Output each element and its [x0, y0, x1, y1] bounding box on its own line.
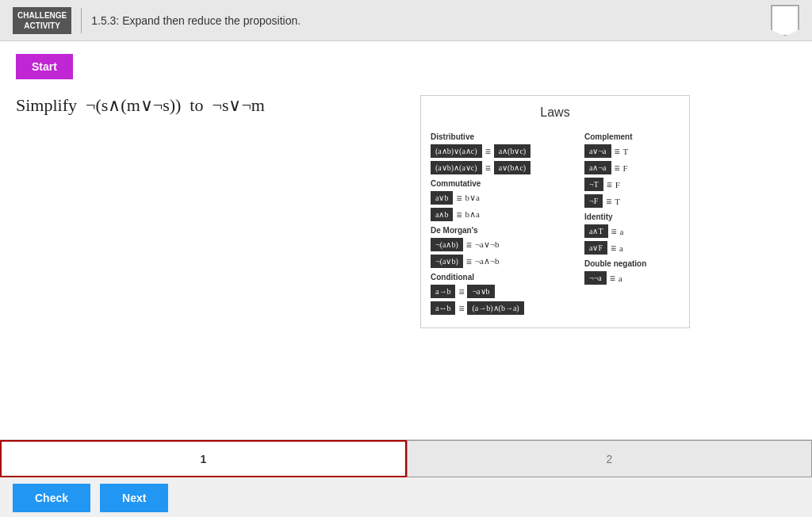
demorgan-result-1: ¬a∨¬b — [475, 239, 500, 250]
complement-eq-2: ≡ — [615, 163, 620, 174]
commutative-eq-2: ≡ — [456, 209, 462, 220]
conditional-result-2[interactable]: (a→b)∧(b→a) — [467, 301, 523, 315]
complement-row-4: ¬F ≡ T — [584, 194, 680, 208]
commutative-btn-1[interactable]: a∨b — [431, 191, 453, 205]
main-content: Start Simplify ¬(s∧(m∨¬s)) to ¬s∨¬m Laws… — [0, 41, 812, 469]
challenge-activity-logo: CHALLENGE ACTIVITY — [13, 7, 71, 34]
start-button[interactable]: Start — [16, 54, 73, 79]
complement-result-1: T — [623, 147, 629, 156]
conditional-label: Conditional — [431, 273, 578, 281]
complement-label: Complement — [584, 132, 680, 141]
demorgan-result-2: ¬a∧¬b — [475, 256, 500, 266]
header-divider — [81, 8, 82, 33]
conditional-btn-2[interactable]: a↔b — [431, 301, 455, 315]
demorgan-row-2: ¬(a∨b) ≡ ¬a∧¬b — [431, 255, 578, 268]
identity-label: Identity — [584, 213, 680, 221]
identity-btn-2[interactable]: a∨F — [584, 241, 607, 255]
commutative-row-1: a∨b ≡ b∨a — [431, 191, 578, 205]
identity-eq-2: ≡ — [611, 243, 616, 254]
conditional-eq-1: ≡ — [458, 286, 464, 297]
conditional-eq-2: ≡ — [458, 303, 464, 314]
complement-btn-2[interactable]: a∧¬a — [584, 161, 611, 174]
tab-2[interactable]: 2 — [407, 440, 812, 477]
commutative-result-2: b∧a — [465, 209, 479, 220]
demorgan-label: De Morgan's — [431, 226, 578, 235]
double-negation-label: Double negation — [584, 259, 680, 268]
complement-btn-4[interactable]: ¬F — [584, 194, 603, 208]
identity-result-2: a — [619, 243, 623, 253]
header-badge — [771, 5, 799, 36]
double-negation-result-1: a — [619, 274, 622, 283]
header-title: 1.5.3: Expand then reduce the propositio… — [91, 14, 301, 27]
complement-row-2: a∧¬a ≡ F — [584, 161, 680, 174]
distributive-btn-1[interactable]: (a∧b)∨(a∧c) — [431, 144, 482, 158]
complement-result-3: F — [615, 180, 620, 190]
conditional-result-1[interactable]: ¬a∨b — [467, 285, 494, 298]
distributive-result-2[interactable]: a∨(b∧c) — [494, 161, 531, 174]
double-negation-btn-1[interactable]: ¬¬a — [584, 271, 607, 285]
commutative-btn-2[interactable]: a∧b — [431, 208, 453, 221]
distributive-row-2: (a∨b)∧(a∨c) ≡ a∨(b∧c) — [431, 161, 578, 174]
distributive-btn-2[interactable]: (a∨b)∧(a∨c) — [431, 161, 482, 174]
laws-columns: Distributive (a∧b)∨(a∧c) ≡ a∧(b∨c) (a∨b)… — [431, 128, 680, 318]
complement-eq-4: ≡ — [606, 196, 611, 207]
demorgan-btn-2[interactable]: ¬(a∨b) — [431, 255, 463, 268]
distributive-row-1: (a∧b)∨(a∧c) ≡ a∧(b∨c) — [431, 144, 578, 158]
demorgan-row-1: ¬(a∧b) ≡ ¬a∨¬b — [431, 238, 578, 251]
complement-result-4: T — [615, 197, 620, 206]
distributive-label: Distributive — [431, 132, 578, 141]
commutative-result-1: b∨a — [465, 193, 479, 203]
complement-row-3: ¬T ≡ F — [584, 178, 680, 191]
demorgan-eq-1: ≡ — [466, 239, 472, 251]
laws-panel: Laws Distributive (a∧b)∨(a∧c) ≡ a∧(b∨c) … — [420, 95, 690, 328]
check-button[interactable]: Check — [13, 484, 90, 512]
header: CHALLENGE ACTIVITY 1.5.3: Expand then re… — [0, 0, 812, 41]
bottom-buttons: Check Next — [13, 484, 168, 512]
complement-btn-3[interactable]: ¬T — [584, 178, 603, 191]
complement-eq-1: ≡ — [615, 146, 620, 157]
identity-row-2: a∨F ≡ a — [584, 241, 680, 255]
distributive-result-1[interactable]: a∧(b∨c) — [494, 144, 531, 158]
distributive-eq-2: ≡ — [485, 163, 491, 174]
distributive-eq-1: ≡ — [485, 146, 491, 157]
commutative-row-2: a∧b ≡ b∧a — [431, 208, 578, 221]
tabs-bar: 1 2 — [0, 439, 812, 477]
tab-1[interactable]: 1 — [0, 440, 407, 477]
double-negation-eq-1: ≡ — [610, 273, 615, 284]
commutative-eq-1: ≡ — [456, 193, 462, 204]
identity-eq-1: ≡ — [611, 226, 617, 237]
complement-btn-1[interactable]: a∨¬a — [584, 144, 611, 158]
next-button[interactable]: Next — [100, 484, 168, 512]
identity-row-1: a∧T ≡ a — [584, 224, 680, 238]
identity-btn-1[interactable]: a∧T — [584, 224, 608, 238]
laws-right-column: Complement a∨¬a ≡ T a∧¬a ≡ F ¬T ≡ F ¬ — [584, 128, 680, 318]
demorgan-btn-1[interactable]: ¬(a∧b) — [431, 238, 463, 251]
identity-result-1: a — [620, 227, 624, 236]
commutative-label: Commutative — [431, 179, 578, 188]
complement-result-2: F — [623, 163, 628, 173]
complement-eq-3: ≡ — [607, 179, 612, 190]
double-negation-row-1: ¬¬a ≡ a — [584, 271, 680, 285]
conditional-btn-1[interactable]: a→b — [431, 285, 455, 298]
complement-row-1: a∨¬a ≡ T — [584, 144, 680, 158]
laws-left-column: Distributive (a∧b)∨(a∧c) ≡ a∧(b∨c) (a∨b)… — [431, 128, 578, 318]
conditional-row-2: a↔b ≡ (a→b)∧(b→a) — [431, 301, 578, 315]
demorgan-eq-2: ≡ — [466, 256, 472, 267]
conditional-row-1: a→b ≡ ¬a∨b — [431, 285, 578, 298]
laws-title: Laws — [431, 105, 680, 120]
